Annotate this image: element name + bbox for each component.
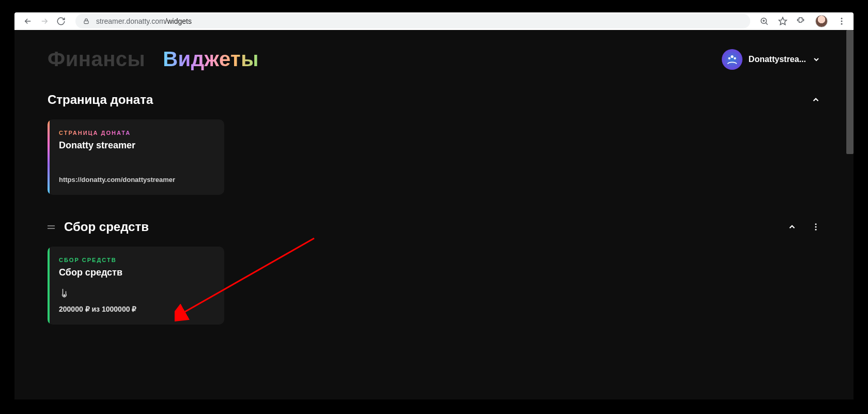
svg-point-3 xyxy=(841,18,843,19)
reload-button[interactable] xyxy=(56,16,66,26)
page-viewport: Финансы Виджеты Donattystrea... Страница… xyxy=(14,30,854,400)
user-name: Donattystrea... xyxy=(749,55,806,64)
extensions-icon[interactable] xyxy=(797,17,806,26)
address-bar-wrap: streamer.donatty.com/widgets xyxy=(75,14,750,28)
user-menu[interactable]: Donattystrea... xyxy=(722,49,820,70)
lock-icon xyxy=(82,17,91,26)
bookmark-star-icon[interactable] xyxy=(778,17,787,26)
collapse-toggle-fundraising[interactable] xyxy=(787,222,797,232)
url-path: /widgets xyxy=(165,17,192,25)
chevron-down-icon xyxy=(812,55,820,64)
goal-progress-text: 200000 ₽ из 1000000 ₽ xyxy=(59,305,213,313)
fundraising-card[interactable]: СБОР СРЕДСТВ Сбор средств 200000 ₽ из 10… xyxy=(48,247,224,325)
card-accent-stripe xyxy=(48,247,50,325)
section-kebab-menu[interactable] xyxy=(811,222,820,232)
card-kicker: СБОР СРЕДСТВ xyxy=(59,257,213,263)
section-head-donate: Страница доната xyxy=(48,93,820,107)
section-head-fundraising: Сбор средств xyxy=(48,220,820,234)
back-button[interactable] xyxy=(23,16,33,26)
card-kicker: СТРАНИЦА ДОНАТА xyxy=(59,130,213,136)
chrome-right-icons xyxy=(760,15,854,27)
url-host: streamer.donatty.com xyxy=(96,17,165,25)
browser-toolbar: streamer.donatty.com/widgets xyxy=(14,12,854,30)
section-title-donate: Страница доната xyxy=(48,93,153,107)
svg-marker-2 xyxy=(779,18,787,25)
svg-point-9 xyxy=(815,223,817,225)
tab-finance[interactable]: Финансы xyxy=(48,48,145,71)
svg-point-12 xyxy=(64,295,65,296)
collapse-toggle-donate[interactable] xyxy=(811,95,820,104)
card-url: https://donatty.com/donattystreamer xyxy=(59,176,213,183)
svg-point-8 xyxy=(734,57,736,59)
kebab-menu-icon[interactable] xyxy=(837,17,846,26)
main-tabs: Финансы Виджеты xyxy=(48,48,259,71)
svg-rect-0 xyxy=(84,21,88,23)
card-accent-stripe xyxy=(48,119,50,195)
svg-point-11 xyxy=(815,229,817,231)
svg-point-10 xyxy=(815,226,817,228)
svg-point-4 xyxy=(841,21,843,22)
top-bar: Финансы Виджеты Donattystrea... xyxy=(14,30,854,76)
section-title-fundraising: Сбор средств xyxy=(64,220,149,234)
donate-page-card[interactable]: СТРАНИЦА ДОНАТА Donatty streamer https:/… xyxy=(48,119,224,195)
goal-icon xyxy=(59,287,213,299)
user-avatar xyxy=(722,49,742,70)
drag-handle-icon[interactable] xyxy=(48,225,55,229)
scrollbar-thumb[interactable] xyxy=(846,30,854,154)
svg-point-7 xyxy=(731,55,733,57)
address-bar[interactable]: streamer.donatty.com/widgets xyxy=(75,14,750,28)
card-title: Donatty streamer xyxy=(59,140,213,151)
zoom-icon[interactable] xyxy=(760,17,769,26)
content-area: Страница доната СТРАНИЦА ДОНАТА Donatty … xyxy=(14,93,854,325)
nav-buttons xyxy=(14,16,66,26)
svg-point-5 xyxy=(841,23,843,25)
profile-avatar-icon[interactable] xyxy=(815,15,828,27)
forward-button[interactable] xyxy=(39,16,50,26)
svg-point-6 xyxy=(728,57,730,59)
tab-widgets[interactable]: Виджеты xyxy=(163,48,259,71)
url-text: streamer.donatty.com/widgets xyxy=(96,17,192,25)
card-title: Сбор средств xyxy=(59,267,213,278)
